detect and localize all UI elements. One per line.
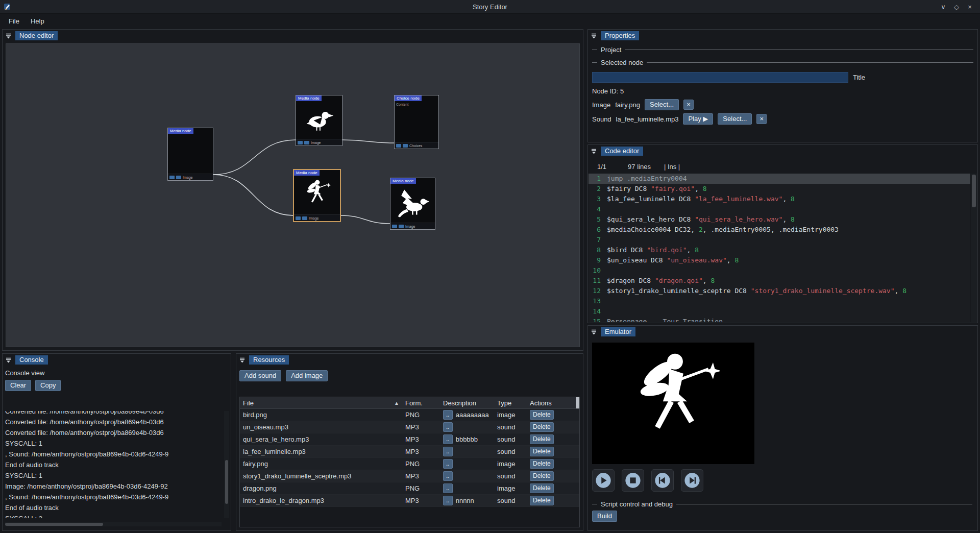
console-line: Converted file: /home/anthony/ostproj/ba… [5,411,222,417]
copy-button[interactable]: Copy [35,380,61,391]
delete-button[interactable]: Delete [530,459,554,469]
line-number: 4 [589,204,607,214]
node-edge [340,215,390,224]
node-port[interactable] [403,144,408,148]
line-number: 8 [589,245,607,255]
line-number: 1 [589,174,607,184]
node-edge [213,175,293,215]
group-project: Project [592,46,973,54]
resource-row[interactable]: la_fee_luminelle.mp3MP3..soundDelete [240,446,579,458]
insert-mode-indicator: | Ins | [664,163,680,171]
add-sound-button[interactable]: Add sound [239,370,281,381]
console-horizontal-scrollbar[interactable] [5,522,222,526]
column-description[interactable]: Description [440,399,494,407]
resource-row[interactable]: dragon.pngPNG..imageDelete [240,482,579,495]
build-button[interactable]: Build [592,511,617,522]
description-edit-button[interactable]: .. [443,496,453,505]
delete-button[interactable]: Delete [530,471,554,481]
menu-help[interactable]: Help [25,15,50,27]
node-canvas[interactable]: Media nodeImageMedia nodeImageChoice nod… [6,43,580,347]
graph-node[interactable]: Media nodeImage [167,128,213,181]
stop-button[interactable] [622,469,644,492]
node-port[interactable] [296,216,301,220]
play-button[interactable] [592,469,615,492]
line-number: 11 [589,276,607,286]
resource-row[interactable]: bird.pngPNG..aaaaaaaaaimageDelete [240,409,579,421]
node-port[interactable] [298,141,303,144]
graph-node[interactable]: Media nodeImage [296,95,342,146]
node-footer: Image [168,174,213,180]
emulator-screen [592,343,754,464]
code-line: 9$un_oiseau DC8 "un_oiseau.wav", 8 [589,255,970,265]
graph-node[interactable]: Media nodeImage [390,178,435,230]
column-file[interactable]: File ▲ [240,399,402,407]
code-line: 6$mediaChoice0004 DC32, 2, .mediaEntry00… [589,225,970,235]
node-port[interactable] [399,225,404,228]
image-select-button[interactable]: Select... [645,99,679,110]
description-edit-button[interactable]: .. [443,459,453,469]
collapse-panel-icon[interactable] [591,33,597,39]
resource-row[interactable]: qui_sera_le_hero.mp3MP3..bbbbbbsoundDele… [240,433,579,446]
description-edit-button[interactable]: .. [443,434,453,444]
resource-format: MP3 [402,497,440,504]
resource-row[interactable]: un_oiseau.mp3MP3..soundDelete [240,421,579,433]
console-log[interactable]: Converted file: /home/anthony/ostproj/ba… [5,411,222,518]
line-number: 3 [589,194,607,204]
add-image-button[interactable]: Add image [286,370,328,381]
column-actions[interactable]: Actions [527,399,576,407]
node-port[interactable] [396,144,401,148]
maximize-button[interactable]: ◇ [950,2,963,12]
resource-format: MP3 [402,472,440,480]
menu-file[interactable]: File [3,15,25,27]
delete-button[interactable]: Delete [530,483,554,493]
delete-button[interactable]: Delete [530,422,554,432]
title-input[interactable] [592,72,848,83]
collapse-panel-icon[interactable] [5,357,12,364]
resource-format: PNG [402,460,440,468]
collapse-panel-icon[interactable] [591,148,597,155]
collapse-panel-icon[interactable] [591,329,597,335]
minimize-button[interactable]: ∨ [937,2,949,12]
console-vertical-scrollbar[interactable] [224,411,229,518]
delete-button[interactable]: Delete [530,496,554,505]
resource-description: ..bbbbbb [440,434,494,444]
graph-node[interactable]: Choice nodeContentChoices [394,95,439,149]
line-number: 6 [589,225,607,235]
resource-file-name: fairy.png [240,460,402,468]
clear-button[interactable]: Clear [5,380,31,391]
sound-select-button[interactable]: Select... [718,113,752,125]
node-port[interactable] [304,141,309,144]
node-port[interactable] [302,216,307,220]
resource-row[interactable]: story1_drako_luminelle_sceptre.mp3MP3..s… [240,470,579,482]
code-area[interactable]: 1jump .mediaEntry00042$fairy DC8 "fairy.… [589,174,970,322]
rewind-button[interactable] [651,469,674,492]
description-edit-button[interactable]: .. [443,410,453,420]
resource-row[interactable]: intro_drako_le_dragon.mp3MP3..nnnnnsound… [240,495,579,507]
delete-button[interactable]: Delete [530,434,554,444]
forward-button[interactable] [681,469,703,492]
node-port[interactable] [169,176,175,179]
resource-row[interactable]: fairy.pngPNG..imageDelete [240,458,579,470]
collapse-panel-icon[interactable] [239,357,246,364]
description-edit-button[interactable]: .. [443,422,453,432]
column-type[interactable]: Type [494,399,527,407]
description-edit-button[interactable]: .. [443,471,453,481]
resource-description: .. [440,447,494,456]
code-vertical-scrollbar[interactable] [971,174,977,322]
column-format[interactable]: Form. [402,399,440,407]
delete-button[interactable]: Delete [530,447,554,456]
image-clear-button[interactable]: × [683,100,694,110]
collapse-panel-icon[interactable] [5,33,12,39]
description-edit-button[interactable]: .. [443,447,453,456]
description-edit-button[interactable]: .. [443,483,453,493]
graph-node[interactable]: Media nodeImage [293,169,340,222]
resource-actions: Delete [527,422,576,432]
close-button[interactable]: × [964,2,976,12]
sound-clear-button[interactable]: × [756,114,767,124]
delete-button[interactable]: Delete [530,410,554,420]
sound-play-button[interactable]: Play ▶ [683,113,713,125]
line-number: 12 [589,286,607,296]
node-port[interactable] [176,176,181,179]
resource-actions: Delete [527,496,576,505]
node-port[interactable] [392,225,397,228]
